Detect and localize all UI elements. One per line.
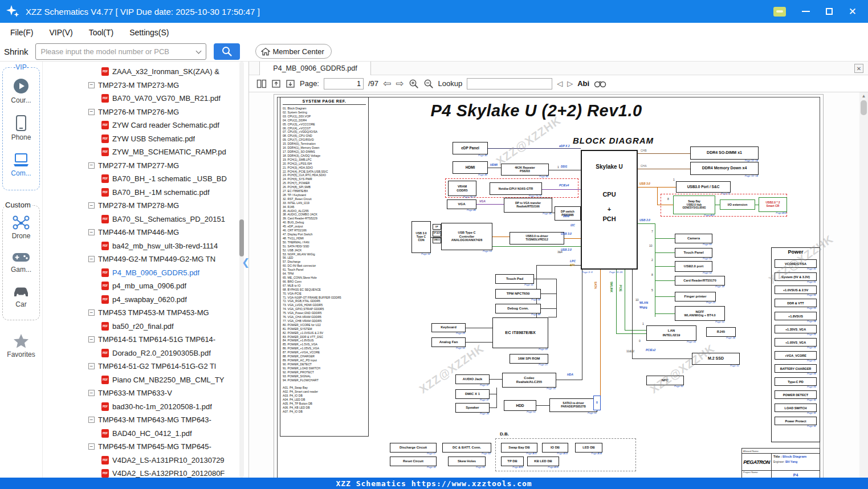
tree-group[interactable]: −TMP614-51 TMP614-51G TMP614- — [43, 333, 248, 347]
power-rail: +VGA_VCOREPage 87 — [775, 351, 817, 360]
sidebar-item-computer[interactable]: Com... — [3, 152, 39, 177]
collapse-icon[interactable]: − — [88, 202, 95, 209]
tree-file[interactable]: PDFP4_MB_0906_GDDR5.pdf — [43, 266, 248, 280]
tree-file[interactable]: PDFDorado_R2.0_20190305B.pdf — [43, 347, 248, 360]
menu-vip[interactable]: VIP(V) — [41, 28, 80, 37]
tree-file[interactable]: PDFZYW USB Schematic.pdf — [43, 132, 248, 146]
tree-group[interactable]: −TMP273-M TMP273-MG — [43, 79, 248, 92]
collapse-icon[interactable]: − — [88, 390, 95, 396]
next-page-button[interactable]: ⇨ — [396, 79, 404, 88]
tree-file[interactable]: PDFV4DA2_LS-A132PR10_2012080F — [43, 467, 248, 478]
sysref-item: 28. TP / Keyboard — [283, 193, 366, 197]
schematic-wire — [655, 313, 675, 314]
tree-file[interactable]: PDFZYW Card reader Schematic.pdf — [43, 119, 248, 132]
collapse-icon[interactable]: − — [88, 162, 95, 169]
page-number-input[interactable] — [324, 78, 364, 89]
tree-file[interactable]: PDFBA70_VA70_VG70_MB_R21.pdf — [43, 92, 248, 105]
search-button[interactable] — [214, 43, 240, 60]
tree-file[interactable]: PDFp4_mb_uma_0906.pdf — [43, 279, 248, 293]
tree-file[interactable]: PDFBA70_SL_Schematics_PD_20151 — [43, 213, 248, 226]
minimize-button[interactable] — [802, 11, 810, 12]
tree-group[interactable]: −TMP645-M TMP645-MG TMP645- — [43, 440, 248, 454]
collapse-icon[interactable]: − — [88, 363, 95, 369]
collapse-icon[interactable]: − — [88, 109, 95, 115]
tree-file[interactable]: PDFV4DA2_LS-A131PR10_20130729 — [43, 454, 248, 467]
sysref-item: 73. VGA_LVDS_HDMI GDDR5 — [283, 303, 366, 307]
pdf-icon: PDF — [101, 121, 109, 129]
sidebar-item-game[interactable]: Gam... — [3, 250, 39, 274]
tree-group[interactable]: −TMP614-51-G2 TMP614-51G-G2 Tl — [43, 360, 248, 373]
prev-page-button[interactable]: ⇦ — [383, 79, 391, 88]
tree-file[interactable]: PDFZAAA_x32_Ironman_SK(ZAA) & — [43, 65, 248, 79]
tree-file[interactable]: PDFZYW_MB_SCHEMATIC_RAMP.pd — [43, 145, 248, 159]
zoom-in-button[interactable] — [409, 79, 419, 89]
collapse-icon[interactable]: − — [88, 336, 95, 343]
find-prev-button[interactable]: ◁ — [557, 79, 563, 88]
tab-pdf[interactable]: P4_MB_0906_GDDR5.pdf — [259, 62, 371, 75]
binoculars-button[interactable] — [594, 79, 606, 88]
sidebar-item-course[interactable]: Cour... — [3, 78, 39, 104]
two-page-view-button[interactable] — [256, 79, 267, 88]
tree-file[interactable]: PDFPiano CM_NB2250_MB_CML_TY — [43, 373, 248, 387]
find-next-button[interactable]: ▷ — [567, 79, 573, 88]
shrink-button[interactable]: Shrink — [4, 47, 28, 56]
close-button[interactable]: ✕ — [849, 7, 857, 17]
menu-settings[interactable]: Settings(S) — [121, 28, 177, 37]
collapse-panel-chevron[interactable]: ❮ — [242, 256, 250, 268]
tree-group[interactable]: −TMP633-M TMP633-V — [43, 386, 248, 400]
maximize-button[interactable] — [826, 8, 833, 15]
tree-file[interactable]: PDFBA70_BH_-1M schematic.pdf — [43, 186, 248, 199]
tree-group[interactable]: −TMP446-M TMP446-MG — [43, 226, 248, 239]
scroll-up-arrow[interactable]: ▲ — [859, 92, 868, 99]
sidebar-item-drone[interactable]: Drone — [3, 214, 39, 240]
menu-tool[interactable]: Tool(T) — [81, 28, 122, 37]
collapse-icon[interactable]: − — [88, 309, 95, 316]
tree-group[interactable]: −TMP453 TMP453-M TMP453-MG — [43, 306, 248, 320]
tree-file[interactable]: PDFBAD40_HC_0412_1.pdf — [43, 427, 248, 441]
sidebar-item-favorites[interactable]: Favorites — [0, 333, 42, 358]
lookup-input[interactable] — [467, 78, 552, 89]
pdf-scrollbar[interactable]: ▲ — [859, 92, 868, 478]
sidebar-item-phone[interactable]: Phone — [3, 115, 39, 141]
tree-group[interactable]: −TMP277-M TMP277-MG — [43, 159, 248, 173]
pdf-scrollbar-thumb[interactable] — [861, 100, 867, 115]
tree-file[interactable]: PDFbad30-hc-1m_20120508-1.pdf — [43, 400, 248, 414]
car-icon — [11, 284, 31, 299]
safebox-icon[interactable] — [773, 7, 786, 17]
tree-label: ZYW USB Schematic.pdf — [112, 135, 195, 143]
collapse-icon[interactable]: − — [88, 82, 95, 88]
power-rail: +1.0VSUS & 2.5VPage 82 — [775, 286, 817, 294]
export-page-button[interactable] — [271, 79, 281, 88]
schematic-label: Page 19~26 — [609, 271, 622, 274]
tree-file[interactable]: PDFBA70_BH_-1 schematic _USB_BD — [43, 172, 248, 186]
tree-file[interactable]: PDFba42_mb_hsw_ult-3b-revd-1114 — [43, 239, 248, 253]
schematic-wire — [638, 153, 690, 154]
tree-group[interactable]: −TMP449-G2-M TMP449-G2-MG TN — [43, 252, 248, 266]
match-case-toggle[interactable]: Abi — [577, 79, 589, 88]
tree-scrollbar-thumb[interactable] — [239, 219, 244, 256]
collapse-icon[interactable]: − — [88, 229, 95, 235]
pdf-canvas[interactable]: SYSTEM PAGE REF. 01. Block Diagram02. Sy… — [249, 92, 859, 478]
sidebar-item-car[interactable]: Car — [3, 284, 39, 308]
zoom-out-button[interactable] — [423, 79, 434, 89]
sysref-item: 39. Card Reader-RTS5229 — [283, 217, 366, 221]
pdf-toolbar: Page: /97 ⇦ ⇨ Lookup ◁ ▷ Abi — [249, 75, 868, 92]
schematic-block: USB3.0 re-driver TI/SN65LVPE512 — [510, 232, 564, 244]
custom-section-title: Custom — [4, 201, 32, 209]
close-all-tabs-button[interactable]: ✕ — [854, 64, 863, 73]
tree-group[interactable]: −TMP278-M TMP278-MG — [43, 199, 248, 213]
collapse-icon[interactable]: − — [88, 417, 95, 423]
tree-file[interactable]: PDFba50_r20_final.pdf — [43, 320, 248, 333]
tree-group[interactable]: −TMP643-M TMP643-MG TMP643- — [43, 413, 248, 427]
menu-file[interactable]: File(F) — [2, 28, 41, 37]
import-page-button[interactable] — [286, 79, 295, 88]
tree-group[interactable]: −TMP276-M TMP276-MG — [43, 105, 248, 119]
file-tree: PDFZAAA_x32_Ironman_SK(ZAA) &−TMP273-M T… — [43, 62, 248, 478]
tree-scrollbar[interactable] — [239, 62, 244, 478]
tree-file[interactable]: PDFp4_swapbay_0620.pdf — [43, 293, 248, 307]
collapse-icon[interactable]: − — [88, 443, 95, 450]
model-search-input[interactable] — [36, 44, 206, 59]
sidebar-item-label: Cour... — [11, 96, 31, 104]
member-center-button[interactable]: Member Center — [255, 44, 332, 59]
collapse-icon[interactable]: − — [88, 256, 95, 262]
